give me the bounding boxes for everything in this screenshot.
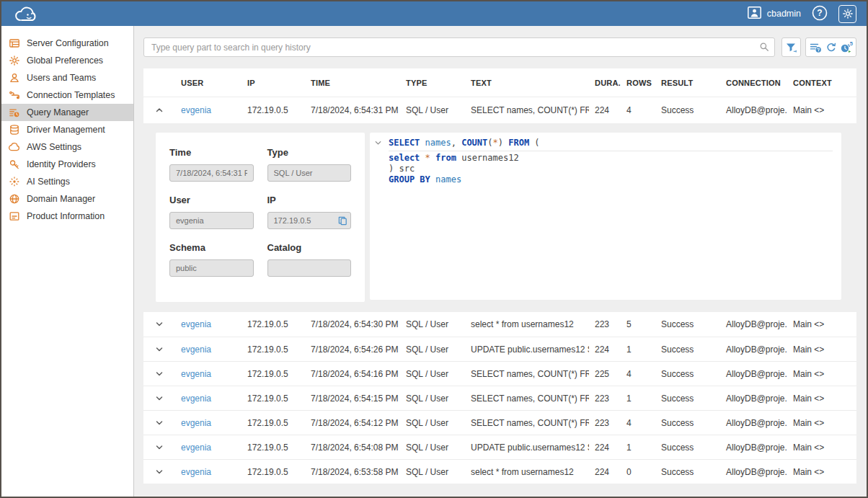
product-information-icon bbox=[9, 210, 20, 222]
cell-type: SQL / User bbox=[400, 418, 465, 428]
user-link[interactable]: evgenia bbox=[181, 344, 211, 355]
sidebar-item-global-preferences[interactable]: Global Preferences bbox=[1, 52, 133, 69]
cell-result: Success bbox=[655, 319, 720, 329]
user-link[interactable]: evgenia bbox=[181, 319, 211, 329]
cell-result: Success bbox=[655, 369, 720, 379]
cell-time: 7/18/2024, 6:54:08 PM bbox=[305, 443, 400, 453]
sidebar-item-label: Global Preferences bbox=[27, 55, 103, 66]
cell-text: select * from usernames12 bbox=[465, 467, 589, 477]
user-link[interactable]: evgenia bbox=[181, 443, 211, 453]
query-history-row[interactable]: evgenia172.19.0.57/18/2024, 6:54:15 PMSQ… bbox=[143, 386, 856, 410]
column-header-text: TEXT bbox=[465, 79, 589, 87]
filter-icon bbox=[785, 42, 798, 53]
expand-row-icon[interactable] bbox=[143, 369, 175, 379]
sidebar-item-server-configuration[interactable]: Server Configuration bbox=[1, 35, 133, 52]
main-area: Server ConfigurationGlobal PreferencesUs… bbox=[1, 26, 867, 497]
expand-row-icon[interactable] bbox=[143, 443, 175, 453]
sql-line: ) src bbox=[389, 164, 833, 174]
column-header-rows: ROWS bbox=[621, 79, 655, 87]
expand-row-icon[interactable] bbox=[143, 319, 175, 329]
connection-templates-icon bbox=[9, 89, 20, 101]
cell-context: Main <> bbox=[787, 393, 856, 404]
cell-result: Success bbox=[655, 393, 720, 404]
query-history-row[interactable]: evgenia172.19.0.57/18/2024, 6:54:31 PMSQ… bbox=[143, 97, 856, 123]
refresh-button[interactable] bbox=[823, 38, 838, 56]
cell-context: Main <> bbox=[787, 369, 856, 379]
cell-rows: 4 bbox=[621, 418, 655, 428]
cell-context: Main <> bbox=[787, 467, 856, 477]
cell-duration: 223 bbox=[589, 418, 621, 428]
sidebar-item-query-manager[interactable]: Query Manager bbox=[1, 104, 133, 121]
expand-row-icon[interactable] bbox=[143, 418, 175, 428]
admin-sidebar: Server ConfigurationGlobal PreferencesUs… bbox=[1, 26, 134, 497]
cell-time: 7/18/2024, 6:54:31 PM bbox=[305, 105, 400, 115]
query-history-row[interactable]: evgenia172.19.0.57/18/2024, 6:53:58 PMSQ… bbox=[143, 459, 856, 484]
cell-text: UPDATE public.usernames12 SE... bbox=[465, 344, 589, 355]
help-icon: ? bbox=[812, 5, 828, 23]
field-label: Time bbox=[169, 147, 254, 158]
detail-field-type: Type bbox=[267, 147, 352, 182]
sidebar-item-label: Connection Templates bbox=[27, 90, 115, 100]
type-field bbox=[267, 164, 352, 182]
query-history-row[interactable]: evgenia172.19.0.57/18/2024, 6:54:16 PMSQ… bbox=[143, 361, 856, 386]
cell-connection: AlloyDB@proje... bbox=[720, 369, 787, 379]
cell-connection: AlloyDB@proje... bbox=[720, 467, 787, 477]
query-history-row[interactable]: evgenia172.19.0.57/18/2024, 6:54:30 PMSQ… bbox=[143, 312, 856, 337]
user-link[interactable]: evgenia bbox=[181, 105, 211, 115]
cell-duration: 224 bbox=[589, 467, 621, 477]
expand-row-icon[interactable] bbox=[143, 467, 175, 477]
sidebar-item-users-and-teams[interactable]: Users and Teams bbox=[1, 69, 133, 86]
query-history-row[interactable]: evgenia172.19.0.57/18/2024, 6:54:08 PMSQ… bbox=[143, 435, 856, 459]
sidebar-item-driver-management[interactable]: Driver Management bbox=[1, 121, 133, 138]
user-link[interactable]: evgenia bbox=[181, 418, 211, 428]
field-label: IP bbox=[267, 195, 352, 205]
cell-time: 7/18/2024, 6:54:16 PM bbox=[305, 369, 400, 379]
sidebar-item-ai-settings[interactable]: AI Settings bbox=[1, 173, 133, 190]
svg-text:5: 5 bbox=[849, 41, 852, 47]
user-icon bbox=[748, 6, 761, 21]
cell-context: Main <> bbox=[787, 319, 856, 329]
query-detail-panel: TimeTypeUserIPSchemaCatalog SELECT names… bbox=[143, 123, 856, 312]
sidebar-item-aws-settings[interactable]: AWS Settings bbox=[1, 138, 133, 156]
sidebar-item-connection-templates[interactable]: Connection Templates bbox=[1, 86, 133, 104]
filter-button[interactable] bbox=[781, 37, 801, 57]
query-history-row[interactable]: evgenia172.19.0.57/18/2024, 6:54:12 PMSQ… bbox=[143, 410, 856, 435]
search-input[interactable] bbox=[143, 37, 775, 57]
cell-text: SELECT names, COUNT(*) FRO... bbox=[465, 418, 589, 428]
collapse-row-icon[interactable] bbox=[143, 105, 175, 115]
user-link[interactable]: evgenia bbox=[181, 467, 211, 477]
cell-context: Main <> bbox=[787, 344, 856, 355]
users-teams-icon bbox=[9, 72, 20, 84]
cell-connection: AlloyDB@proje... bbox=[720, 105, 787, 115]
sidebar-item-identity-providers[interactable]: Identity Providers bbox=[1, 156, 133, 173]
expand-row-icon[interactable] bbox=[143, 393, 175, 404]
refresh-icon bbox=[825, 42, 837, 53]
cell-time: 7/18/2024, 6:54:26 PM bbox=[305, 344, 400, 355]
cell-ip: 172.19.0.5 bbox=[242, 105, 305, 115]
user-name: cbadmin bbox=[767, 9, 801, 19]
sidebar-item-product-information[interactable]: Product Information bbox=[1, 208, 133, 225]
column-header-result: RESULT bbox=[655, 79, 720, 87]
cell-context: Main <> bbox=[787, 105, 856, 115]
user-menu-button[interactable]: cbadmin bbox=[748, 6, 801, 21]
cell-duration: 224 bbox=[589, 443, 621, 453]
user-field bbox=[169, 212, 254, 229]
cell-rows: 1 bbox=[621, 344, 655, 355]
auto-refresh-button[interactable]: 5 bbox=[838, 38, 854, 56]
user-link[interactable]: evgenia bbox=[181, 369, 211, 379]
expand-row-icon[interactable] bbox=[143, 344, 175, 355]
log-settings-button[interactable] bbox=[808, 38, 823, 56]
settings-button[interactable] bbox=[838, 5, 856, 23]
help-button[interactable]: ? bbox=[812, 5, 828, 23]
detail-field-schema: Schema bbox=[169, 242, 254, 277]
cell-text: SELECT names, COUNT(*) FRO... bbox=[465, 369, 589, 379]
copy-button[interactable] bbox=[336, 214, 349, 227]
log-settings-icon bbox=[810, 42, 822, 53]
cell-type: SQL / User bbox=[400, 319, 465, 329]
query-history-row[interactable]: evgenia172.19.0.57/18/2024, 6:54:26 PMSQ… bbox=[143, 337, 856, 361]
cell-user: evgenia bbox=[175, 467, 242, 477]
sidebar-item-domain-manager[interactable]: Domain Manager bbox=[1, 190, 133, 208]
cell-user: evgenia bbox=[175, 319, 242, 329]
collapse-sql-icon[interactable] bbox=[373, 138, 383, 148]
user-link[interactable]: evgenia bbox=[181, 393, 211, 404]
